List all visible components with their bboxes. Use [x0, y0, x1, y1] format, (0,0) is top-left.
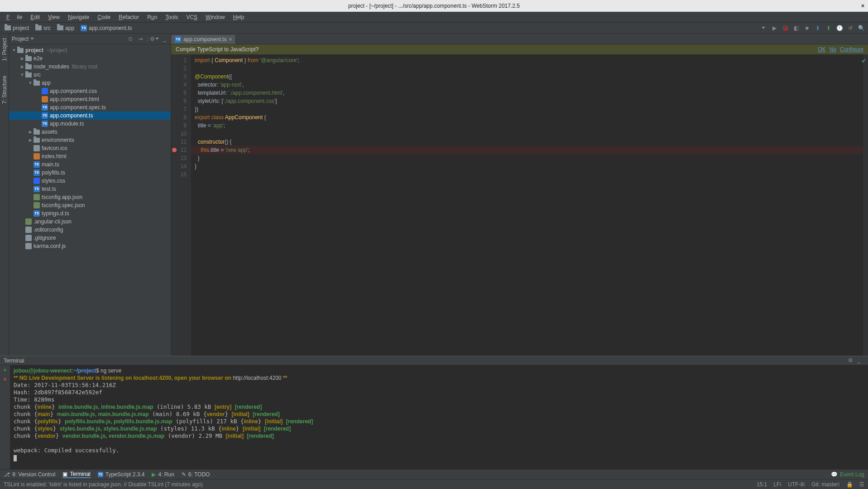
run-button[interactable]: ▶	[770, 24, 778, 32]
compile-banner: Compile TypeScript to JavaScript? OK No …	[171, 44, 868, 54]
terminal-panel: Terminal ⚙ ⎯ + × jobou@jobou-weenect:~/p…	[0, 356, 868, 469]
menu-edit[interactable]: Edit	[27, 13, 43, 21]
run-config-dropdown[interactable]	[759, 24, 767, 32]
tool-terminal[interactable]: ▣ Terminal	[62, 471, 90, 478]
tree-root[interactable]: ▼project~/project	[9, 46, 171, 54]
tree-item[interactable]: typings.d.ts	[9, 209, 171, 218]
tool-version-control[interactable]: ⎇ 9: Version Control	[4, 471, 55, 478]
ts-icon	[81, 25, 87, 31]
tree-item[interactable]: favicon.ico	[9, 144, 171, 152]
window-title: project - [~/project] - .../src/app/app.…	[348, 3, 520, 9]
rail-project[interactable]: 1: Project	[0, 35, 9, 64]
tree-item[interactable]: ▼app	[9, 79, 171, 87]
terminal-new-icon[interactable]: +	[3, 367, 6, 373]
tree-item[interactable]: .editorconfig	[9, 226, 171, 234]
tree-item[interactable]: app.component.html	[9, 95, 171, 103]
banner-ok[interactable]: OK	[818, 46, 825, 53]
gear-icon[interactable]: ⚙	[151, 35, 158, 43]
hide-icon[interactable]: ⎯	[161, 35, 168, 43]
menu-code[interactable]: Code	[94, 13, 114, 21]
tree-item[interactable]: index.html	[9, 152, 171, 160]
menu-file[interactable]: File	[3, 13, 26, 21]
banner-no[interactable]: No	[830, 46, 836, 53]
status-line-ending[interactable]: LF⁞	[773, 481, 782, 488]
locate-icon[interactable]: ⊙	[127, 35, 134, 43]
collapse-icon[interactable]: ⇥	[137, 35, 144, 43]
titlebar: project - [~/project] - .../src/app/app.…	[0, 0, 868, 12]
tree-item[interactable]: app.component.css	[9, 87, 171, 95]
tree-item[interactable]: karma.conf.js	[9, 242, 171, 250]
gear-icon[interactable]: ⚙	[848, 357, 855, 364]
tool-todo[interactable]: ✎ 6: TODO	[182, 471, 210, 478]
tree-item[interactable]: polyfills.ts	[9, 169, 171, 177]
status-message: TSLint is enabled: 'tslint' is listed in…	[4, 481, 203, 488]
tool-typescript[interactable]: TypeScript 2.3.4	[98, 471, 145, 478]
tree-item[interactable]: styles.css	[9, 177, 171, 185]
tree-item[interactable]: .angular-cli.json	[9, 218, 171, 226]
menu-navigate[interactable]: Navigate	[64, 13, 93, 21]
overview-ruler[interactable]	[863, 54, 868, 356]
project-tree[interactable]: ▼project~/project▶e2e▶node_moduleslibrar…	[9, 44, 171, 356]
tab-app-component[interactable]: app.component.ts ×	[171, 35, 236, 44]
project-pane: Project ⊙ ⇥ | ⚙ ⎯ ▼project~/project▶e2e▶…	[9, 34, 171, 356]
menu-refactor[interactable]: Refactor	[115, 13, 143, 21]
breadcrumb-file[interactable]: app.component.ts	[79, 24, 134, 32]
banner-text: Compile TypeScript to JavaScript?	[176, 46, 259, 53]
close-tab-icon[interactable]: ×	[229, 36, 232, 43]
ts-icon	[175, 36, 181, 43]
menu-tools[interactable]: Tools	[162, 13, 182, 21]
debug-button[interactable]: 🐞	[781, 24, 789, 32]
revert-icon[interactable]: ↺	[846, 24, 854, 32]
tree-item[interactable]: ▶environments	[9, 136, 171, 144]
tree-item[interactable]: tsconfig.app.json	[9, 193, 171, 201]
folder-icon	[57, 25, 63, 30]
menu-vcs[interactable]: VCS	[182, 13, 201, 21]
menu-view[interactable]: View	[44, 13, 63, 21]
search-icon[interactable]: 🔍	[857, 24, 865, 32]
tree-item[interactable]: ▼src	[9, 71, 171, 79]
code-editor[interactable]: 123456789101112131415 import { Component…	[171, 54, 868, 356]
menu-run[interactable]: Run	[144, 13, 161, 21]
vcs-update-icon[interactable]: ⬇	[814, 24, 822, 32]
editor-area: app.component.ts × Compile TypeScript to…	[171, 34, 868, 356]
vcs-history-icon[interactable]: 🕘	[835, 24, 844, 32]
menu-help[interactable]: Help	[230, 13, 248, 21]
tree-item[interactable]: ▶e2e	[9, 54, 171, 63]
stop-button[interactable]: ■	[803, 24, 811, 32]
tree-item[interactable]: app.component.spec.ts	[9, 103, 171, 111]
status-inspector-icon[interactable]: ☰	[859, 481, 864, 488]
rail-structure[interactable]: 7: Structure	[0, 73, 9, 107]
menu-window[interactable]: Window	[202, 13, 229, 21]
terminal-output[interactable]: jobou@jobou-weenect:~/project$ ng serve …	[10, 365, 868, 469]
terminal-title: Terminal	[4, 358, 24, 364]
tool-event-log[interactable]: 💬 Event Log	[831, 471, 864, 478]
status-caret[interactable]: 15:1	[757, 481, 767, 488]
coverage-button[interactable]: ◧	[792, 24, 800, 32]
project-pane-title[interactable]: Project	[12, 36, 34, 42]
left-tool-rail: 1: Project 7: Structure	[0, 34, 9, 356]
vcs-commit-icon[interactable]: ⬆	[825, 24, 833, 32]
hide-icon[interactable]: ⎯	[857, 357, 864, 364]
tree-item[interactable]: app.component.ts	[9, 111, 171, 120]
bottom-tool-strip: ⎇ 9: Version Control ▣ Terminal TypeScri…	[0, 469, 868, 479]
navbar: project src app app.component.ts ▶ 🐞 ◧ ■…	[0, 23, 868, 34]
tool-run[interactable]: ▶ 4: Run	[152, 471, 174, 478]
status-git[interactable]: Git: master⁞	[811, 481, 840, 488]
tree-item[interactable]: test.ts	[9, 185, 171, 193]
tree-item[interactable]: main.ts	[9, 160, 171, 169]
breadcrumb-app[interactable]: app	[55, 24, 76, 32]
tree-item[interactable]: ▶assets	[9, 128, 171, 136]
tree-item[interactable]: app.module.ts	[9, 120, 171, 128]
breadcrumb-src[interactable]: src	[34, 24, 53, 32]
folder-icon	[5, 25, 11, 30]
terminal-close-icon[interactable]: ×	[3, 376, 6, 382]
status-encoding[interactable]: UTF-8⁞	[788, 481, 805, 488]
menubar: File Edit View Navigate Code Refactor Ru…	[0, 12, 868, 23]
close-icon[interactable]: ×	[861, 3, 864, 9]
tree-item[interactable]: .gitignore	[9, 234, 171, 242]
banner-configure[interactable]: Configure	[840, 46, 863, 53]
status-lock-icon[interactable]: 🔒	[846, 481, 853, 488]
tree-item[interactable]: tsconfig.spec.json	[9, 201, 171, 209]
tree-item[interactable]: ▶node_moduleslibrary root	[9, 63, 171, 71]
breadcrumb-root[interactable]: project	[3, 24, 31, 32]
